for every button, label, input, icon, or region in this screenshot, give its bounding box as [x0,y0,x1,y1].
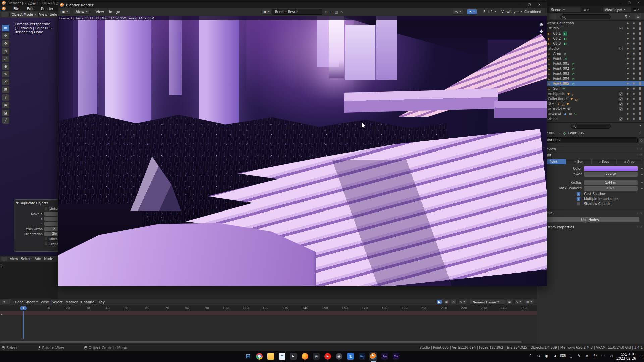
row-visibility-icons[interactable]: ▶ ◉ ◙ [627,101,643,106]
zoom-icon[interactable]: ⊕ [538,21,544,28]
row-visibility-icons[interactable]: ▶ ◉ ◙ [627,96,643,101]
use-nodes-button[interactable]: Use Nodes [540,217,640,223]
menu-item[interactable]: Marker [66,299,81,304]
new-layer-icon[interactable]: ⊞ × [634,8,640,11]
pin-icon[interactable]: ↧ [639,130,641,137]
editor-type-icon[interactable]: ▣ [60,9,70,15]
collection-checkbox[interactable]: ✓ [619,92,623,96]
menu-item[interactable]: Add [35,256,44,261]
object-name[interactable]: Archipack [547,92,565,96]
editor-type-icon[interactable] [1,257,7,261]
row-visibility-icons[interactable]: ▶ ◉ ◙ [627,61,643,66]
warning-icon[interactable]: ⚠ [451,300,457,304]
ghost-frames-icon[interactable]: ▣ [444,300,449,304]
collection-checkbox[interactable]: ✓ [619,117,623,121]
outliner-search-input[interactable] [560,14,611,19]
render-window[interactable]: Blender Render –▢× ▣ View View Image ▦ R… [58,2,547,286]
app-youtube[interactable]: ▶ [324,352,332,361]
taskbar-clock[interactable]: 오전 1:01 2023-02-26 [616,352,636,361]
app-media-player[interactable]: ▶ [289,352,298,361]
select-menu[interactable]: Sele [50,12,57,16]
app-hancom[interactable]: 한 [346,352,355,361]
view-menu[interactable]: View [96,10,104,14]
light-type-tab[interactable]: ▽Spot [591,159,617,164]
tray-speaker-icon[interactable]: ◁ [607,354,615,358]
fake-user-shield-icon[interactable]: ◇ [325,10,329,14]
blender-menu-icon[interactable] [2,7,6,11]
dope-sheet[interactable]: Dope Sheet ViewSelectMarkerChannelKey ▶ … [0,299,537,344]
maximize-icon[interactable]: ▢ [524,3,534,6]
section-nodes[interactable]: Nodes∷∷ [537,209,644,215]
field-value[interactable] [44,212,58,216]
row-visibility-icons[interactable]: ▶ ◉ ◙ [627,41,643,46]
field-value[interactable]: Glo [44,232,58,236]
menu-item[interactable]: Node [44,256,56,261]
viewlayer-selector[interactable]: ViewLayer [603,7,631,12]
image-name-field[interactable]: Render Result [272,9,322,15]
main-window-buttons[interactable]: – ▢ × [620,1,643,4]
outliner-row[interactable]: ▼ 꽃밭바닥 ◆ ▩ ▽ ▶ ◉ ◙ [537,111,644,116]
object-name[interactable]: Point.001 [552,62,570,65]
view-options-icon[interactable]: ▤ [525,300,534,304]
menu-item[interactable]: Select [52,299,65,304]
field-value[interactable] [44,237,48,240]
collection-checkbox[interactable]: ✓ [619,97,623,101]
object-name[interactable]: Collection 4 [547,97,569,101]
row-visibility-icons[interactable]: ▶ ◉ ◙ [627,86,643,91]
fake-user-shield-icon[interactable]: ◇ [638,137,644,143]
tray-person-icon[interactable]: ⊙ [535,354,543,358]
tray-wifi-icon[interactable]: ◠ [599,354,607,358]
overlay-icon[interactable]: ◔ [467,9,477,15]
outliner-row[interactable]: ◧ C6.1 ◧ ▶ ◉ ◙ [537,31,644,36]
outliner-row[interactable]: ◧ C6.2 ◧ ▶ ◉ ◙ [537,36,644,41]
unlink-icon[interactable]: × [340,10,345,14]
outliner-row[interactable]: ⊙ Point.003 ◎ ▶ ◉ ◙ [537,71,644,76]
tool-select-box[interactable]: ▭ [2,24,10,32]
field-value[interactable] [44,242,48,245]
timeline-scrollbar[interactable] [0,341,523,343]
row-visibility-icons[interactable]: ▶ ◉ ◙ [627,31,643,36]
menu-item[interactable]: View [40,299,52,304]
power-field[interactable]: 229 W [584,172,638,177]
outliner-row[interactable]: ⊙ Point.005 ◎ ▶ ◉ ◙ [537,81,644,86]
row-visibility-icons[interactable]: ▶ ◉ ◙ [627,81,643,86]
outliner-row[interactable]: 꽃 들어가는 땅 ✓ ▶ ◉ ◙ [537,106,644,111]
object-name[interactable]: Area [552,52,562,55]
animate-dot-icon[interactable] [641,174,643,175]
row-visibility-icons[interactable]: ▶ ◉ ◙ [627,36,643,41]
outliner-row[interactable]: Collection 4 ▼ 12 ✓ ▶ ◉ ◙ [537,96,644,101]
current-frame-indicator[interactable]: 1 [20,306,27,310]
menu-item[interactable]: Render [37,6,57,11]
tool-rotate[interactable]: ↻ [2,48,10,55]
object-name[interactable]: Point.002 [552,67,570,70]
tool-move[interactable]: ✥ [2,40,10,47]
outliner-row[interactable]: ⊙ Point.004 ◎ ▶ ◉ ◙ [537,76,644,81]
viewport-3d[interactable]: Camera Perspective (1) studio | Point.00… [0,18,58,256]
only-selected-icon[interactable]: ▶ [437,300,442,304]
section-light[interactable]: Light∷∷ [537,152,644,158]
breadcrumb-data[interactable]: Point.005 [568,131,584,135]
tray-mic-icon[interactable]: ⍊ [567,354,575,358]
app-file-explorer[interactable] [267,352,275,361]
checkbox[interactable]: ✓ [577,197,580,201]
row-visibility-icons[interactable]: ▶ ◉ ◙ [627,106,643,111]
field-value[interactable] [44,207,48,210]
outliner-row[interactable]: ▢ studio ✓ ▶ ◉ ◙ [537,46,644,51]
tray-browser-icon[interactable]: ◉ [543,354,551,358]
animate-dot-icon[interactable] [641,168,643,169]
channel-expand-icon[interactable]: ▸ [1,312,3,316]
editor-type-icon[interactable] [1,12,8,17]
filter-icon[interactable]: ∇ [458,300,467,304]
properties-options-icon[interactable] [638,124,641,128]
snap-mode-selector[interactable]: Nearest Frame [470,300,505,305]
tray-ime-korean[interactable]: 한 [591,353,599,358]
row-visibility-icons[interactable]: ▶ ◉ ◙ [627,26,643,31]
app-notepad[interactable]: ≡ [278,352,286,361]
timeline-ruler[interactable]: 1020304050607080901001101201301401501601… [0,305,537,311]
image-menu[interactable]: Image [109,10,120,14]
tool-knife[interactable]: ╱ [2,117,10,124]
normalize-icon[interactable]: ∿ [514,300,523,304]
object-name[interactable]: Scene Collection [545,21,575,25]
duplicate-objects-panel[interactable]: Duplicate Objects Linked Move X Y [14,199,58,252]
app-start[interactable]: ⊞ [244,352,252,361]
